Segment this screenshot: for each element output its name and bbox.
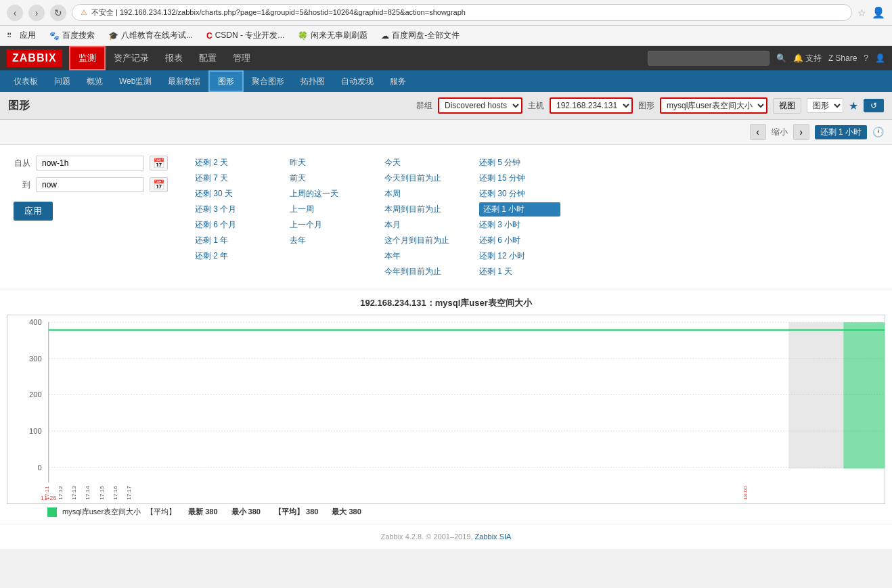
chart-title: 192.168.234.131：mysql库user表空间大小 [7,297,885,309]
header-right: 🔍 🔔 支持 Z Share ? 👤 [648,51,885,66]
sub-nav-graphs[interactable]: 图形 [208,70,244,92]
page-title-bar: 图形 群组 Discovered hosts 主机 192.168.234.13… [0,92,892,120]
sub-nav-topology[interactable]: 拓扑图 [292,70,333,92]
svg-text:17:16: 17:16 [112,486,118,500]
chart-legend: mysql库user表空间大小 【平均】 最新 380 最小 380 【平均】 … [7,507,885,517]
bookmark-csdn-label: CSDN - 专业开发... [215,30,285,41]
current-time-range: 还剩 1 小时 [815,125,867,139]
bookmark-8w[interactable]: 🎓 八维教育在线考试... [103,28,198,43]
quick-time-30d[interactable]: 还剩 30 天 [195,187,276,201]
host-filter-select[interactable]: 192.168.234.131 [550,97,633,114]
bookmark-csdn[interactable]: C CSDN - 专业开发... [201,28,290,43]
quick-time-this-week[interactable]: 本周 [384,187,466,201]
quick-time-3mo[interactable]: 还剩 3 个月 [195,202,276,217]
group-filter-select[interactable]: Discovered hosts [438,97,522,114]
quick-time-this-month[interactable]: 本月 [384,218,466,232]
quick-time-today[interactable]: 今天 [384,156,466,170]
to-calendar-icon[interactable]: 📅 [150,177,168,192]
quick-time-previous-month[interactable]: 上一个月 [290,218,371,232]
sub-nav-overview[interactable]: 概览 [79,70,111,92]
datetime-panel: 自从 📅 到 📅 应用 还剩 2 天 昨天 今天 还剩 5 分钟 还剩 7 天 … [0,145,892,290]
legend-name: mysql库user表空间大小 [62,507,141,517]
bookmark-star-icon[interactable]: ☆ [857,7,866,18]
quick-time-3h[interactable]: 还剩 3 小时 [479,218,560,232]
browser-chrome: ‹ › ↻ ⚠ 不安全 | 192.168.234.132/zabbix/cha… [0,0,892,46]
share-button[interactable]: Z Share [828,53,857,63]
quick-time-30m[interactable]: 还剩 30 分钟 [479,187,560,201]
quick-time-1d[interactable]: 还剩 1 天 [479,265,560,279]
bookmark-leisure-icon: 🍀 [298,31,308,41]
global-search-input[interactable] [648,51,770,66]
help-button[interactable]: ? [864,53,868,63]
sub-nav-web[interactable]: Web监测 [111,70,160,92]
filter-bar: 群组 Discovered hosts 主机 192.168.234.131 图… [416,97,884,114]
sub-nav-dashboard[interactable]: 仪表板 [5,70,46,92]
quick-time-2y[interactable]: 还剩 2 年 [195,249,276,263]
nav-item-monitor[interactable]: 监测 [69,46,106,70]
from-input[interactable] [36,156,144,171]
svg-text:200: 200 [29,390,42,399]
quick-time-15m[interactable]: 还剩 15 分钟 [479,171,560,185]
from-label: 自从 [14,158,30,169]
nav-item-config[interactable]: 配置 [191,46,225,70]
favorite-star-icon[interactable]: ★ [849,99,858,112]
url-bar[interactable]: ⚠ 不安全 | 192.168.234.132/zabbix/charts.ph… [72,4,852,21]
from-calendar-icon[interactable]: 📅 [150,156,168,171]
quick-time-6h[interactable]: 还剩 6 小时 [479,233,560,248]
quick-time-year-so-far[interactable]: 今年到目前为止 [384,265,466,279]
quick-time-previous-week[interactable]: 上一周 [290,202,371,217]
svg-text:300: 300 [29,355,42,363]
bookmark-baidu[interactable]: 🐾 百度搜索 [44,28,100,43]
bookmark-apps[interactable]: 应用 [14,28,41,43]
user-icon[interactable]: 👤 [872,6,885,19]
svg-text:17:12: 17:12 [58,486,64,500]
bookmark-leisure[interactable]: 🍀 闲来无事刷刷题 [292,28,373,43]
quick-time-this-day-last-week[interactable]: 上周的这一天 [290,187,371,201]
back-button[interactable]: ‹ [7,5,23,21]
quick-time-yesterday[interactable]: 昨天 [290,156,371,170]
to-input[interactable] [36,177,144,192]
legend-max: 最大 380 [332,507,361,517]
view-type-select[interactable]: 图形 [807,98,843,113]
quick-time-today-so-far[interactable]: 今天到目前为止 [384,171,466,185]
search-icon[interactable]: 🔍 [776,53,786,63]
sub-nav-composite[interactable]: 聚合图形 [244,70,292,92]
nav-item-reports[interactable]: 报表 [157,46,191,70]
quick-time-12h[interactable]: 还剩 12 小时 [479,249,560,263]
prev-time-button[interactable]: ‹ [750,124,766,140]
bookmark-baidupan[interactable]: ☁ 百度网盘-全部文件 [376,28,465,43]
quick-time-daybeforeyesterday[interactable]: 前天 [290,171,371,185]
reload-button[interactable]: ↻ [50,5,66,21]
quick-time-2d[interactable]: 还剩 2 天 [195,156,276,170]
forward-button[interactable]: › [28,5,45,21]
quick-time-1h[interactable]: 还剩 1 小时 [479,202,560,217]
graph-filter-select[interactable]: mysql库user表空间大小 [660,97,767,114]
sub-nav-services[interactable]: 服务 [382,70,414,92]
support-button[interactable]: 🔔 支持 [793,53,822,64]
view-mode-button[interactable]: 视图 [773,98,801,114]
clock-icon[interactable]: 🕐 [872,127,884,137]
footer-link[interactable]: Zabbix SIA [475,533,512,541]
quick-time-this-week-so-far[interactable]: 本周到目前为止 [384,202,466,217]
next-time-button[interactable]: › [793,124,809,140]
quick-time-5m[interactable]: 还剩 5 分钟 [479,156,560,170]
chart-area: 192.168.234.131：mysql库user表空间大小 400 300 … [0,290,892,524]
quick-time-7d[interactable]: 还剩 7 天 [195,171,276,185]
quick-time-month-so-far[interactable]: 这个月到目前为止 [384,233,466,248]
nav-item-admin[interactable]: 管理 [225,46,259,70]
svg-rect-0 [7,315,885,503]
quick-time-6mo[interactable]: 还剩 6 个月 [195,218,276,232]
quick-time-last-year[interactable]: 去年 [290,233,371,248]
sub-nav-latest-data[interactable]: 最新数据 [160,70,208,92]
sub-nav-problems[interactable]: 问题 [46,70,79,92]
nav-item-assets[interactable]: 资产记录 [106,46,157,70]
update-button[interactable]: ↺ [864,99,884,112]
zabbix-logo[interactable]: ZABBIX [7,49,62,67]
apply-button[interactable]: 应用 [14,202,53,221]
bookmark-baidupan-label: 百度网盘-全部文件 [392,30,460,41]
svg-rect-12 [788,322,843,468]
quick-time-1y[interactable]: 还剩 1 年 [195,233,276,248]
quick-time-this-year[interactable]: 本年 [384,249,466,263]
sub-nav-autodiscovery[interactable]: 自动发现 [333,70,382,92]
user-button[interactable]: 👤 [875,53,885,63]
